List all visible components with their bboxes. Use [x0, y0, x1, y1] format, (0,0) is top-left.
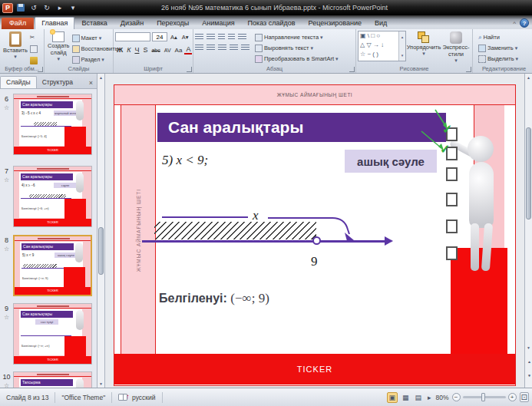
redo-button[interactable]: ↻ — [41, 3, 52, 13]
zoom-slider[interactable] — [463, 396, 506, 398]
previous-slide-button[interactable]: ▴▴ — [525, 358, 532, 365]
undo-button[interactable]: ↺ — [28, 3, 39, 13]
strikethrough-button[interactable]: abc — [150, 48, 161, 53]
replace-button[interactable]: Заменить▾ — [477, 43, 530, 53]
panel-scroll-up-icon[interactable]: ▲ — [97, 74, 104, 81]
editor-scrollbar[interactable]: ▲ ▼ ▴▴ ▾▾ — [524, 74, 532, 388]
line-spacing-button[interactable] — [238, 34, 246, 41]
italic-button[interactable]: К — [125, 46, 132, 54]
help-button[interactable]: ? — [520, 18, 529, 28]
checkbox-5[interactable] — [446, 220, 458, 233]
decrease-indent-button[interactable] — [218, 34, 225, 41]
paste-dropdown-icon[interactable]: ▾ — [14, 54, 17, 60]
normal-view-button[interactable]: ▣ — [387, 392, 398, 403]
slide-6-thumbnail[interactable]: Сан аралықтары 3) −5 ≤ x ≤ 4 жартылай ин… — [13, 94, 92, 155]
checkbox-3[interactable] — [446, 167, 458, 181]
tab-slideshow[interactable]: Показ слайдов — [242, 18, 302, 29]
tab-design[interactable]: Дизайн — [114, 18, 150, 29]
tab-outline[interactable]: Структура — [37, 77, 78, 88]
arrange-button[interactable]: Упорядочить ▾ — [408, 31, 439, 64]
panel-scroll-down-icon[interactable]: ▼ — [97, 380, 104, 388]
copy-button[interactable] — [29, 44, 38, 54]
columns-button[interactable] — [241, 45, 249, 51]
bold-button[interactable]: Ж — [115, 46, 124, 54]
save-button[interactable] — [15, 3, 26, 13]
slide-counter[interactable]: Слайд 8 из 13 — [0, 392, 55, 403]
reset-button[interactable]: Восстановить — [71, 44, 119, 54]
spellcheck-status[interactable]: ✗ русский — [112, 392, 162, 403]
tab-slides[interactable]: Слайды — [0, 76, 37, 88]
slide-problem-text[interactable]: 5) x < 9; — [162, 153, 208, 168]
font-dialog-launcher[interactable] — [187, 67, 192, 72]
paragraph-dialog-launcher[interactable] — [349, 67, 355, 72]
editor-scroll-up-icon[interactable]: ▲ — [525, 74, 532, 81]
editor-scroll-down-icon[interactable]: ▼ — [525, 344, 532, 352]
underline-button[interactable]: Ч — [133, 46, 140, 54]
layout-button[interactable]: Макет▾ — [71, 33, 119, 43]
tab-transitions[interactable]: Переходы — [150, 18, 195, 29]
checkbox-4[interactable] — [446, 193, 458, 206]
slideshow-view-button[interactable]: ▸ — [426, 393, 433, 402]
grow-font-button[interactable]: A▴ — [169, 34, 179, 41]
font-name-input[interactable] — [115, 32, 150, 41]
slideshow-button[interactable]: ▸ — [55, 3, 65, 13]
character-spacing-button[interactable]: AV — [163, 48, 173, 53]
slide-7-thumbnail[interactable]: Сан аралықтары 4) x ≥ −6 сәуле Белгілену… — [13, 166, 92, 227]
format-painter-button[interactable] — [29, 55, 38, 65]
slide-10-thumbnail[interactable]: Тапсырма — [13, 371, 92, 388]
zoom-slider-thumb[interactable] — [481, 393, 485, 401]
tab-review[interactable]: Рецензирование — [302, 18, 368, 29]
align-center-button[interactable] — [207, 45, 215, 51]
editor-scroll-thumb[interactable] — [526, 127, 531, 220]
change-case-button[interactable]: Aa — [173, 47, 184, 54]
slide-canvas[interactable]: ЖҰМЫС АЙМАҒЫНЫҢ ШЕТІ ЖҰМЫС АЙМАҒЫНЫҢ ШЕТ… — [114, 84, 516, 386]
slide-sorter-view-button[interactable]: ▦ — [401, 393, 411, 402]
slide-title[interactable]: Сан аралықтары — [157, 113, 446, 142]
slide-9-thumbnail[interactable]: Сан аралықтары сан түзуі Белгіленуі: (−∞… — [13, 303, 92, 365]
tab-file[interactable]: Файл — [2, 18, 34, 29]
tab-insert[interactable]: Вставка — [75, 18, 113, 29]
convert-smartart-button[interactable]: Преобразовать в SmartArt▾ — [254, 54, 339, 64]
tab-home[interactable]: Главная — [35, 17, 74, 29]
justify-button[interactable] — [230, 45, 238, 51]
reading-view-button[interactable]: ▤ — [414, 393, 424, 402]
minimize-ribbon-icon[interactable]: ^ — [513, 20, 516, 27]
drawing-dialog-launcher[interactable] — [466, 67, 471, 72]
slide-8-thumbnail-selected[interactable]: Сан аралықтары 5) x < 9 ашық сәуле Белгі… — [13, 235, 92, 296]
zoom-in-button[interactable]: + — [508, 393, 517, 401]
new-slide-button[interactable]: Создать слайд ▾ — [46, 31, 71, 64]
bullets-button[interactable] — [195, 34, 203, 41]
clipboard-dialog-launcher[interactable] — [38, 67, 43, 72]
next-slide-button[interactable]: ▾▾ — [525, 371, 532, 379]
powerpoint-app-icon[interactable]: P — [2, 3, 13, 13]
select-button[interactable]: Выделить▾ — [477, 54, 530, 64]
close-panel-icon[interactable]: × — [89, 79, 97, 88]
tab-animations[interactable]: Анимация — [196, 18, 240, 29]
align-left-button[interactable] — [195, 45, 203, 51]
zoom-out-button[interactable]: − — [452, 393, 461, 401]
qat-dropdown-icon[interactable]: ▾ — [68, 3, 78, 13]
font-color-button[interactable]: А — [184, 45, 192, 54]
theme-name[interactable]: "Office Theme" — [55, 392, 112, 403]
quick-styles-button[interactable]: Экспресс-стили ▾ — [441, 31, 471, 64]
zoom-level[interactable]: 80% — [436, 394, 449, 401]
panel-scroll-thumb[interactable] — [98, 227, 104, 275]
cut-button[interactable]: ✂ — [29, 32, 38, 42]
find-button[interactable]: ⌕Найти — [477, 32, 530, 42]
paste-button[interactable]: Вставить ▾ — [2, 31, 29, 65]
fit-to-window-button[interactable]: ⊡ — [520, 392, 529, 402]
shapes-gallery-scrollbar[interactable]: ▴▾ — [398, 31, 405, 61]
align-text-button[interactable]: Выровнять текст▾ — [254, 43, 339, 53]
text-shadow-button[interactable]: S — [141, 46, 149, 54]
shrink-font-button[interactable]: A▾ — [180, 34, 190, 41]
shapes-gallery[interactable]: ▣ \ □ ○ △ ▽ → ↓ ☆ ~ ( ) ▴▾ — [358, 31, 406, 61]
numbering-button[interactable] — [207, 34, 215, 41]
checkbox-6[interactable] — [446, 246, 458, 260]
align-right-button[interactable] — [218, 45, 226, 51]
text-direction-button[interactable]: Направление текста▾ — [254, 32, 339, 42]
panel-scrollbar[interactable]: ▲ ▼ — [97, 74, 105, 388]
increase-indent-button[interactable] — [228, 34, 235, 41]
tab-view[interactable]: Вид — [368, 18, 393, 29]
notation-text[interactable]: Белгіленуі: (−∞; 9) — [159, 291, 269, 306]
section-button[interactable]: Раздел▾ — [71, 54, 119, 64]
